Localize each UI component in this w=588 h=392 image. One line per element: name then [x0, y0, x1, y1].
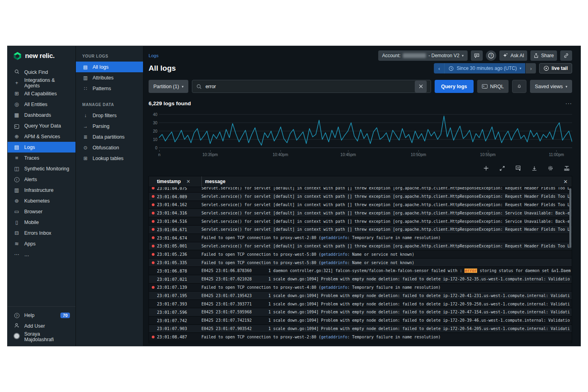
sidebar-item-label: Errors Inbox — [24, 230, 51, 236]
logs-nav-item-obfuscation[interactable]: ⊙Obfuscation — [76, 142, 143, 153]
message-column-header[interactable]: message ✕ — [201, 176, 572, 187]
query-logs-button[interactable]: Query logs — [435, 80, 473, 93]
sidebar-item-query-your-data[interactable]: >_Query Your Data — [8, 120, 75, 131]
log-row[interactable]: 23:01:05.236Failed to open TCP connectio… — [149, 250, 572, 259]
remove-timestamp-column-button[interactable]: ✕ — [186, 179, 190, 184]
alert-bell-button[interactable] — [512, 80, 526, 93]
download-button[interactable] — [532, 165, 537, 171]
sidebar-item-integrations-agents[interactable]: +Integrations & Agents — [8, 77, 75, 88]
sidebar-item-kubernetes[interactable]: ⊚Kubernetes — [8, 195, 75, 206]
sidebar-item-apm-services[interactable]: ⊕APM & Services — [8, 131, 75, 142]
share-button[interactable]: Share — [530, 50, 557, 61]
chart-options-menu[interactable]: ··· — [565, 100, 572, 106]
bar-chart-icon: ▥ — [82, 75, 89, 81]
sidebar-item-all-entities[interactable]: ◎All Entities — [8, 99, 75, 110]
log-row[interactable]: 23:01:07.742E0425 23:01:07.742192 1 scal… — [149, 317, 572, 325]
log-row[interactable]: 23:01:04.671Servlet.service() for servle… — [149, 226, 572, 234]
logs-nav-item-drop-filters[interactable]: ↓Drop filters — [76, 110, 143, 121]
sidebar-item-synthetic-monitoring[interactable]: ◫Synthetic Monitoring — [8, 163, 75, 174]
sidebar-item-errors-inbox[interactable]: ⊟Errors Inbox — [8, 228, 75, 238]
sidebar-item-dashboards[interactable]: ▦Dashboards — [8, 110, 75, 120]
grid-icon: ⊞ — [13, 91, 20, 97]
logs-nav-item-all-logs[interactable]: ▤All logs — [76, 62, 143, 72]
sidebar-item-browser[interactable]: ▭Browser — [8, 206, 75, 217]
log-row[interactable]: 23:01:04.516Servlet.service() for servle… — [149, 217, 572, 226]
sidebar-item-user-profile[interactable]: Soraya Majdolashrafi — [8, 331, 75, 342]
logo-text: new relic. — [25, 52, 54, 60]
clear-search-button[interactable] — [415, 81, 427, 93]
live-tail-label: live tail — [551, 66, 568, 71]
log-row[interactable]: 23:01:07.139Failed to open TCP connectio… — [149, 284, 572, 292]
user-name: Soraya Majdolashrafi — [24, 331, 70, 342]
message-cell: E0425 23:01:07.595968 1 scale_down.go:10… — [201, 310, 572, 314]
ask-ai-button[interactable]: Ask AI — [499, 50, 527, 61]
time-forward-button[interactable]: › — [526, 63, 536, 73]
column-manager-button[interactable] — [564, 165, 570, 171]
live-tail-button[interactable]: live tail — [539, 63, 572, 73]
ask-ai-label: Ask AI — [511, 53, 524, 58]
new-relic-logo[interactable]: new relic. — [8, 46, 75, 67]
timestamp-cell: 23:01:08.487 — [157, 334, 201, 339]
sidebar-item-all-capabilities[interactable]: ⊞All Capabilities — [8, 88, 75, 99]
download-icon — [532, 166, 537, 171]
logs-nav-item-data-partitions[interactable]: ≣Data partitions — [76, 131, 143, 142]
logs-nav-item-label: Data partitions — [93, 134, 125, 140]
saved-views-dropdown[interactable]: Saved views ▾ — [530, 80, 572, 93]
y-tick-label: 10 — [153, 137, 157, 142]
log-row[interactable]: 23:01:07.195E0425 23:01:07.195423 1 scal… — [149, 292, 572, 300]
account-selector[interactable]: Account: - Demotron V2 ▾ — [378, 50, 468, 61]
log-row[interactable]: 23:01:07.393E0425 23:01:07.393771 1 scal… — [149, 300, 572, 308]
timestamp-column-header[interactable]: timestamp ✕ — [149, 179, 201, 184]
log-row[interactable]: 23:01:04.674Failed to open TCP connectio… — [149, 234, 572, 242]
x-tick-label: 10:50pm — [411, 153, 426, 157]
log-row[interactable]: 23:01:07.903E0425 23:01:07.903542 1 scal… — [149, 325, 572, 333]
logs-nav-item-lookup-tables[interactable]: ⊞Lookup tables — [76, 153, 143, 164]
sidebar-item-logs[interactable]: ▤Logs — [8, 142, 75, 153]
feedback-button[interactable] — [471, 50, 483, 61]
log-row[interactable]: 23:01:06.878E0425 23:01:06.878360 1 daem… — [149, 267, 572, 275]
logs-nav-item-parsing[interactable]: →Parsing — [76, 121, 143, 131]
log-row[interactable]: 23:01:07.021E0425 23:01:07.021028 1 scal… — [149, 275, 572, 284]
help-circle-button[interactable]: ? — [486, 50, 496, 61]
sidebar-item-quick-find[interactable]: Quick Find — [8, 67, 75, 77]
sidebar-item-add-user[interactable]: Add User — [8, 321, 75, 331]
sidebar-item-mobile[interactable]: ▯Mobile — [8, 217, 75, 228]
log-row[interactable]: 23:01:04.162Servlet.service() for servle… — [149, 201, 572, 209]
settings-button[interactable] — [547, 165, 553, 171]
log-row[interactable]: 23:01:04.089Servlet.service() for servle… — [149, 193, 572, 201]
add-column-button[interactable] — [483, 165, 489, 171]
copy-link-button[interactable] — [560, 50, 572, 61]
breadcrumb[interactable]: Logs — [149, 53, 159, 58]
log-row[interactable]: 23:01:07.596E0425 23:01:07.595968 1 scal… — [149, 308, 572, 317]
time-range-picker[interactable]: Since 30 minutes ago (UTC) ▾ — [444, 63, 525, 73]
sidebar-item-label: Alerts — [24, 177, 37, 182]
add-to-dashboard-button[interactable] — [515, 165, 521, 171]
message-text: Failed to open TCP connection to proxy-w… — [201, 252, 321, 257]
nrql-button[interactable]: >_ NRQL — [477, 80, 509, 93]
close-table-button[interactable]: ✕ — [563, 179, 568, 185]
sidebar-item-help[interactable]: ? Help 70 — [8, 310, 75, 321]
log-row[interactable]: 23:01:05.001Servlet.service() for servle… — [149, 242, 572, 251]
message-text: Failed to open TCP connection to proxy-w… — [201, 335, 321, 339]
search-input[interactable] — [205, 84, 412, 89]
log-row[interactable]: 23:01:04.075Servlet.service() for servle… — [149, 187, 572, 193]
sidebar-item-alerts[interactable]: !Alerts — [8, 174, 75, 185]
message-text: E0425 23:01:07.393771 1 scale_down.go:10… — [201, 302, 570, 306]
logs-nav-item-patterns[interactable]: ∷Patterns — [76, 83, 143, 94]
log-row[interactable]: 23:01:08.487Failed to open TCP connectio… — [149, 333, 572, 341]
logs-nav-item-attributes[interactable]: ▥Attributes — [76, 72, 143, 83]
sidebar-item-traces[interactable]: ≡Traces — [8, 153, 75, 163]
play-icon — [544, 66, 549, 71]
plus-icon — [483, 165, 489, 171]
sidebar-item-label: … — [24, 252, 29, 257]
sidebar-item-apps[interactable]: ≋Apps — [8, 238, 75, 249]
severity-cell — [149, 253, 157, 256]
partition-dropdown[interactable]: Partition (1) ▾ — [149, 80, 188, 93]
sidebar-item-[interactable]: ⋯… — [8, 249, 75, 260]
log-row[interactable]: 23:01:04.316Servlet.service() for servle… — [149, 209, 572, 217]
sidebar-item-infrastructure[interactable]: ▥Infrastructure — [8, 185, 75, 195]
expand-view-button[interactable] — [499, 165, 505, 171]
table-scrollbar-thumb[interactable] — [569, 188, 571, 248]
log-row[interactable]: 23:01:05.335Failed to open TCP connectio… — [149, 259, 572, 267]
time-back-button[interactable]: ‹ — [434, 63, 444, 73]
